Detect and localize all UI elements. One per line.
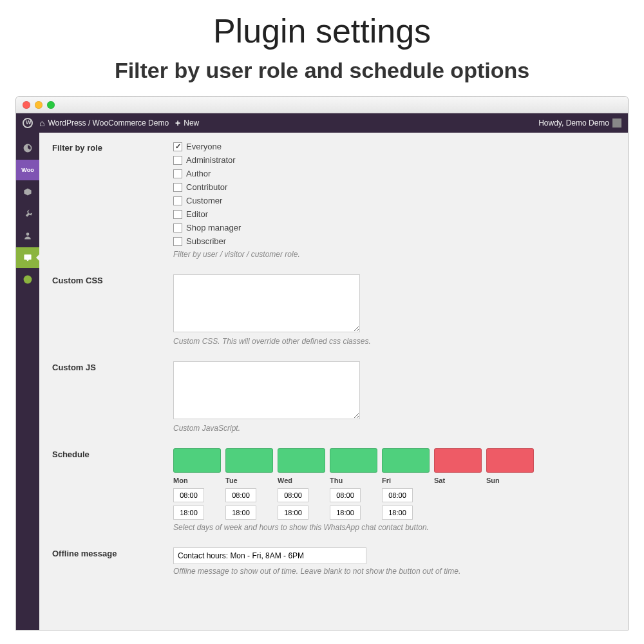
schedule-start-input[interactable] [382, 488, 413, 502]
plus-icon: + [175, 118, 180, 128]
schedule-start-input[interactable] [225, 488, 256, 502]
schedule-day-toggle[interactable] [278, 448, 325, 473]
new-label: New [184, 118, 199, 128]
schedule-start-input[interactable] [278, 488, 308, 502]
role-option-label: Customer [186, 196, 222, 205]
offline-message-input[interactable] [173, 547, 366, 564]
schedule-end-input[interactable] [225, 506, 256, 520]
role-checkbox[interactable] [173, 196, 182, 205]
minimize-icon[interactable] [35, 101, 43, 109]
role-option-label: Everyone [186, 142, 222, 151]
close-icon[interactable] [23, 101, 30, 109]
app-window: ⌂WordPress / WooCommerce Demo +New Howdy… [15, 96, 629, 630]
schedule-day-toggle[interactable] [173, 448, 221, 473]
schedule-day-label: Sat [434, 477, 482, 484]
users-icon[interactable] [16, 225, 39, 246]
user-menu[interactable]: Howdy, Demo Demo [538, 118, 621, 128]
window-titlebar [16, 97, 628, 113]
role-checkbox[interactable] [173, 169, 182, 178]
schedule-day-label: Wed [278, 477, 325, 484]
admin-toolbar: ⌂WordPress / WooCommerce Demo +New Howdy… [16, 113, 628, 133]
schedule-day-toggle[interactable] [382, 448, 430, 473]
chat-plugin-icon[interactable] [16, 247, 39, 268]
custom-js-input[interactable] [173, 361, 360, 419]
role-option-label: Subscriber [186, 236, 226, 246]
svg-rect-0 [24, 254, 31, 260]
admin-sidebar: Woo [16, 133, 39, 630]
schedule-start-input[interactable] [173, 488, 204, 502]
woocommerce-icon[interactable]: Woo [16, 160, 39, 180]
products-icon[interactable] [16, 182, 39, 202]
custom-css-help: Custom CSS. This will override other def… [173, 337, 615, 346]
custom-css-input[interactable] [173, 274, 360, 332]
role-checkbox[interactable] [173, 183, 182, 192]
schedule-end-input[interactable] [382, 506, 413, 520]
wp-logo-icon[interactable] [23, 118, 33, 128]
schedule-day-label: Sun [486, 477, 534, 484]
role-option-label: Author [186, 169, 211, 178]
dashboard-icon[interactable] [16, 138, 39, 158]
role-checkbox[interactable] [173, 210, 182, 219]
role-checkbox[interactable] [173, 156, 182, 165]
page-subtitle: Filter by user role and schedule options [0, 58, 644, 83]
howdy-text: Howdy, Demo Demo [538, 118, 609, 128]
offline-help: Offline message to show out of time. Lea… [173, 567, 615, 576]
schedule-day-label: Thu [330, 477, 377, 484]
role-checkbox[interactable] [173, 223, 182, 232]
schedule-day-toggle[interactable] [486, 448, 534, 473]
schedule-end-input[interactable] [330, 506, 361, 520]
schedule-day-toggle[interactable] [330, 448, 377, 473]
site-link[interactable]: ⌂WordPress / WooCommerce Demo [39, 118, 169, 128]
svg-point-1 [24, 276, 32, 284]
role-checkbox[interactable] [173, 237, 182, 246]
schedule-day-toggle[interactable] [434, 448, 482, 473]
schedule-day-toggle[interactable] [225, 448, 273, 473]
schedule-day-label: Fri [382, 477, 430, 484]
role-option-label: Editor [186, 209, 208, 219]
role-checkbox[interactable] [173, 142, 182, 151]
role-option-label: Administrator [186, 155, 236, 165]
custom-js-label: Custom JS [52, 361, 173, 433]
schedule-end-input[interactable] [278, 506, 308, 520]
schedule-day-label: Tue [225, 477, 273, 484]
home-icon: ⌂ [39, 118, 44, 128]
role-option-label: Shop manager [186, 223, 241, 232]
new-button[interactable]: +New [175, 118, 199, 128]
schedule-end-input[interactable] [173, 506, 204, 520]
role-option-label: Contributor [186, 182, 227, 192]
maximize-icon[interactable] [47, 101, 55, 109]
schedule-day-label: Mon [173, 477, 221, 484]
filter-by-role-help: Filter by user / visitor / customer role… [173, 250, 615, 259]
avatar-icon [612, 118, 621, 128]
schedule-start-input[interactable] [330, 488, 361, 502]
filter-by-role-label: Filter by role [52, 142, 173, 259]
schedule-help: Select days of week and hours to show th… [173, 523, 615, 532]
settings-panel: Filter by role EveryoneAdministratorAuth… [39, 133, 628, 630]
site-name: WordPress / WooCommerce Demo [48, 118, 169, 128]
schedule-label: Schedule [52, 448, 173, 532]
plugins-icon[interactable] [16, 204, 39, 224]
offline-label: Offline message [52, 547, 173, 576]
jetpack-icon[interactable] [16, 269, 39, 290]
custom-js-help: Custom JavaScript. [173, 424, 615, 433]
page-title: Plugin settings [0, 12, 644, 50]
custom-css-label: Custom CSS [52, 274, 173, 346]
